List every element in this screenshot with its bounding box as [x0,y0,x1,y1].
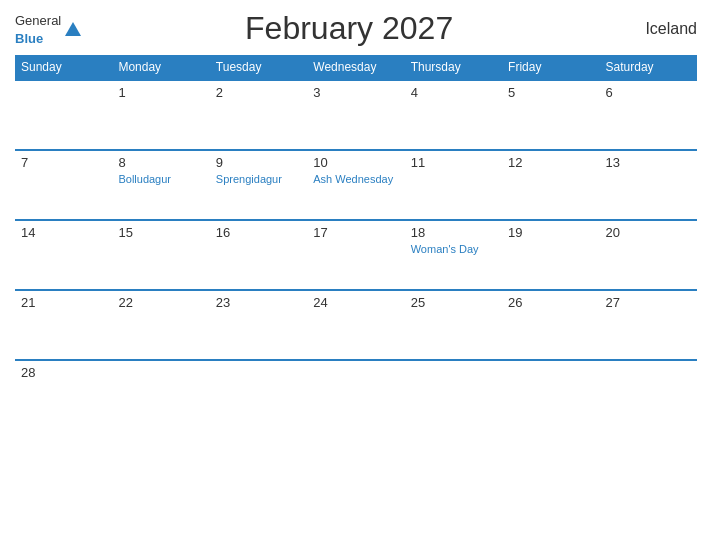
holiday-label: Bolludagur [118,172,203,186]
calendar-cell: 23 [210,290,307,360]
calendar-cell: 8Bolludagur [112,150,209,220]
calendar-cell [112,360,209,430]
day-number: 7 [21,155,106,170]
day-number: 9 [216,155,301,170]
calendar-cell [405,360,502,430]
calendar-cell [15,80,112,150]
day-number: 26 [508,295,593,310]
day-number: 2 [216,85,301,100]
col-friday: Friday [502,55,599,80]
day-number: 15 [118,225,203,240]
calendar-title: February 2027 [81,10,617,47]
calendar-week-row: 21222324252627 [15,290,697,360]
calendar-cell: 7 [15,150,112,220]
calendar-cell: 17 [307,220,404,290]
col-thursday: Thursday [405,55,502,80]
day-number: 27 [606,295,691,310]
weekday-header-row: Sunday Monday Tuesday Wednesday Thursday… [15,55,697,80]
calendar-week-row: 123456 [15,80,697,150]
col-saturday: Saturday [600,55,697,80]
calendar-cell: 20 [600,220,697,290]
calendar-cell: 6 [600,80,697,150]
holiday-label: Woman's Day [411,242,496,256]
calendar-cell: 11 [405,150,502,220]
day-number: 18 [411,225,496,240]
calendar-cell: 4 [405,80,502,150]
logo: General Blue [15,11,81,47]
calendar-cell: 21 [15,290,112,360]
day-number: 23 [216,295,301,310]
calendar-cell: 22 [112,290,209,360]
calendar-cell [600,360,697,430]
day-number: 5 [508,85,593,100]
calendar-cell: 12 [502,150,599,220]
day-number: 16 [216,225,301,240]
day-number: 10 [313,155,398,170]
calendar-cell: 3 [307,80,404,150]
col-wednesday: Wednesday [307,55,404,80]
calendar-week-row: 28 [15,360,697,430]
page: General Blue February 2027 Iceland Sunda… [0,0,712,550]
day-number: 11 [411,155,496,170]
day-number: 17 [313,225,398,240]
calendar-cell [210,360,307,430]
calendar-cell: 26 [502,290,599,360]
calendar-cell: 15 [112,220,209,290]
day-number: 24 [313,295,398,310]
calendar-cell: 19 [502,220,599,290]
day-number: 25 [411,295,496,310]
calendar-cell: 2 [210,80,307,150]
calendar-table: Sunday Monday Tuesday Wednesday Thursday… [15,55,697,430]
calendar-cell: 16 [210,220,307,290]
day-number: 20 [606,225,691,240]
col-sunday: Sunday [15,55,112,80]
calendar-cell: 24 [307,290,404,360]
calendar-cell: 27 [600,290,697,360]
day-number: 28 [21,365,106,380]
calendar-cell: 25 [405,290,502,360]
day-number: 13 [606,155,691,170]
holiday-label: Ash Wednesday [313,172,398,186]
logo-text-general: General Blue [15,11,61,47]
calendar-cell: 14 [15,220,112,290]
day-number: 6 [606,85,691,100]
day-number: 21 [21,295,106,310]
header: General Blue February 2027 Iceland [15,10,697,47]
day-number: 19 [508,225,593,240]
calendar-cell: 1 [112,80,209,150]
day-number: 14 [21,225,106,240]
calendar-cell: 5 [502,80,599,150]
col-tuesday: Tuesday [210,55,307,80]
calendar-cell: 28 [15,360,112,430]
day-number: 1 [118,85,203,100]
day-number: 12 [508,155,593,170]
calendar-week-row: 78Bolludagur9Sprengidagur10Ash Wednesday… [15,150,697,220]
col-monday: Monday [112,55,209,80]
country-label: Iceland [617,20,697,38]
day-number: 4 [411,85,496,100]
logo-triangle-icon [65,22,81,36]
day-number: 3 [313,85,398,100]
calendar-cell [307,360,404,430]
calendar-cell: 10Ash Wednesday [307,150,404,220]
holiday-label: Sprengidagur [216,172,301,186]
day-number: 22 [118,295,203,310]
calendar-cell: 18Woman's Day [405,220,502,290]
calendar-cell [502,360,599,430]
day-number: 8 [118,155,203,170]
calendar-week-row: 1415161718Woman's Day1920 [15,220,697,290]
calendar-cell: 9Sprengidagur [210,150,307,220]
calendar-cell: 13 [600,150,697,220]
